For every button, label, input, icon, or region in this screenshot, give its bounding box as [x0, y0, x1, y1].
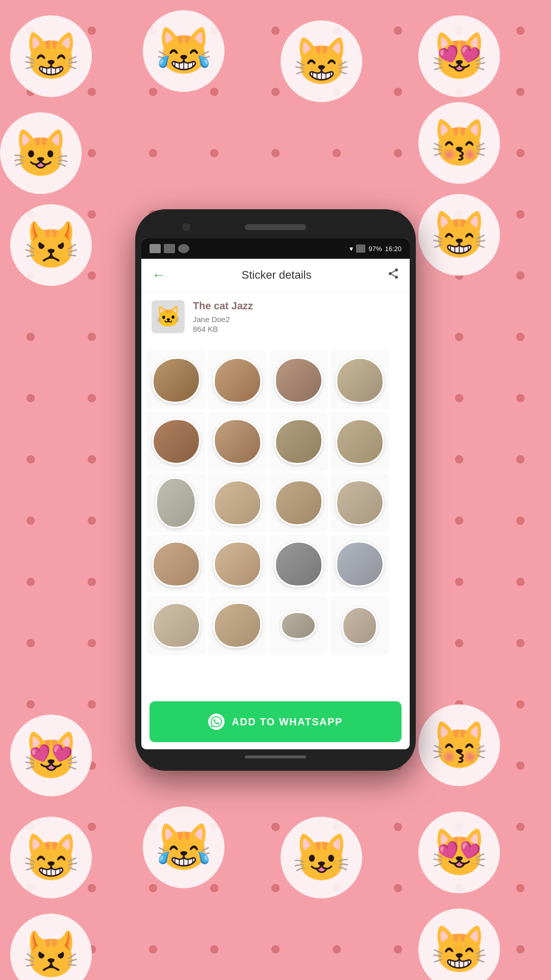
- back-button[interactable]: ←: [152, 267, 166, 283]
- bg-cat-9: 😻: [10, 715, 92, 796]
- battery-text: 97%: [368, 245, 382, 253]
- pack-icon: 🐱: [152, 300, 185, 333]
- sticker-4-4[interactable]: [330, 534, 389, 594]
- bg-cat-16: 😸: [418, 909, 500, 980]
- bg-cat-10: 😽: [418, 704, 500, 786]
- status-bar: ▾ 97% 16:20: [141, 238, 410, 259]
- phone-top-bar: [141, 215, 410, 238]
- phone-home-bar: [245, 755, 306, 758]
- pack-size: 864 KB: [193, 325, 399, 333]
- sticker-2-1[interactable]: [146, 412, 206, 471]
- wifi-icon: ▾: [349, 244, 353, 253]
- bg-cat-14: 😻: [418, 812, 500, 893]
- sticker-3-4[interactable]: [330, 473, 389, 532]
- status-icon-1: [149, 244, 161, 253]
- cat-sticker: [213, 480, 262, 526]
- bg-cat-5: 😺: [0, 112, 82, 194]
- bg-cat-6: 😽: [418, 102, 500, 184]
- page-title: Sticker details: [242, 268, 312, 282]
- pack-details: The cat Jazz Jane Doe2 864 KB: [193, 300, 399, 333]
- share-button[interactable]: [387, 267, 399, 283]
- bg-cat-8: 😸: [418, 194, 500, 276]
- sticker-1-1[interactable]: [146, 351, 206, 410]
- cat-sticker: [152, 419, 201, 464]
- sticker-row-1: [146, 351, 405, 410]
- cat-sticker: [274, 541, 323, 587]
- phone-frame: ▾ 97% 16:20 ← Sticker details: [135, 209, 416, 771]
- cat-sticker: [274, 419, 323, 464]
- pack-author: Jane Doe2: [193, 315, 399, 324]
- status-icon-2: [164, 244, 175, 253]
- cat-sticker: [152, 541, 201, 587]
- add-to-whatsapp-button[interactable]: ADD TO WHATSAPP: [149, 701, 402, 742]
- cat-sticker: [281, 611, 316, 640]
- cat-sticker: [336, 357, 384, 403]
- cat-sticker: [336, 541, 384, 587]
- svg-point-0: [395, 268, 398, 272]
- bg-cat-1: 😸: [10, 15, 92, 97]
- bg-cat-12: 😹: [143, 806, 224, 888]
- phone-camera: [182, 223, 190, 231]
- sticker-4-1[interactable]: [146, 534, 206, 594]
- sticker-3-2[interactable]: [208, 473, 267, 532]
- bg-cat-11: 😸: [10, 817, 92, 898]
- cat-sticker: [336, 419, 384, 464]
- sticker-2-4[interactable]: [330, 412, 389, 471]
- sticker-5-4[interactable]: [330, 596, 389, 655]
- app-header: ← Sticker details: [141, 259, 410, 292]
- cat-sticker: [342, 606, 378, 645]
- sticker-row-5: [146, 596, 405, 655]
- sticker-grid: [141, 346, 410, 660]
- clock: 16:20: [385, 245, 402, 253]
- cat-sticker: [152, 357, 201, 403]
- svg-point-2: [395, 276, 398, 279]
- add-button-label: ADD TO WHATSAPP: [232, 716, 342, 728]
- bg-cat-4: 😻: [418, 15, 500, 97]
- whatsapp-icon: [208, 714, 224, 730]
- scrollable-content: 🐱 The cat Jazz Jane Doe2 864 KB: [141, 292, 410, 696]
- sticker-row-2: [146, 412, 405, 471]
- bg-cat-7: 😾: [10, 204, 92, 286]
- phone-bottom-bar: [141, 749, 410, 765]
- signal-icon: [356, 244, 365, 253]
- bg-cat-15: 😾: [10, 914, 92, 980]
- sticker-2-2[interactable]: [208, 412, 267, 471]
- sticker-5-1[interactable]: [146, 596, 206, 655]
- button-area: ADD TO WHATSAPP: [141, 696, 410, 749]
- sticker-2-3[interactable]: [269, 412, 328, 471]
- cat-sticker: [274, 480, 323, 526]
- sticker-3-3[interactable]: [269, 473, 328, 532]
- svg-point-1: [389, 272, 392, 275]
- phone-screen: ▾ 97% 16:20 ← Sticker details: [141, 238, 410, 749]
- sticker-3-1[interactable]: [146, 473, 206, 532]
- sticker-5-3[interactable]: [269, 596, 328, 655]
- cat-sticker: [213, 541, 262, 587]
- cat-sticker: [213, 357, 262, 403]
- sticker-row-4: [146, 534, 405, 594]
- phone-speaker: [245, 224, 306, 230]
- status-right-info: ▾ 97% 16:20: [349, 244, 402, 253]
- sticker-4-3[interactable]: [269, 534, 328, 594]
- bg-cat-13: 😺: [281, 817, 362, 898]
- sticker-1-4[interactable]: [330, 351, 389, 410]
- status-left-icons: [149, 244, 189, 253]
- pack-info: 🐱 The cat Jazz Jane Doe2 864 KB: [141, 292, 410, 341]
- sticker-row-3: [146, 473, 405, 532]
- status-icon-3: [178, 244, 189, 253]
- pack-icon-emoji: 🐱: [156, 305, 181, 329]
- sticker-5-2[interactable]: [208, 596, 267, 655]
- svg-line-4: [392, 271, 395, 273]
- bg-cat-3: 😸: [281, 20, 362, 102]
- pack-name: The cat Jazz: [193, 300, 399, 312]
- sticker-4-2[interactable]: [208, 534, 267, 594]
- bg-cat-2: 😹: [143, 10, 224, 92]
- sticker-1-3[interactable]: [269, 351, 328, 410]
- sticker-1-2[interactable]: [208, 351, 267, 410]
- cat-sticker: [213, 419, 262, 464]
- svg-line-3: [392, 275, 395, 277]
- cat-sticker: [336, 480, 384, 526]
- cat-sticker: [152, 602, 201, 648]
- cat-sticker: [156, 477, 196, 528]
- cat-sticker: [213, 602, 262, 648]
- cat-sticker: [274, 357, 323, 403]
